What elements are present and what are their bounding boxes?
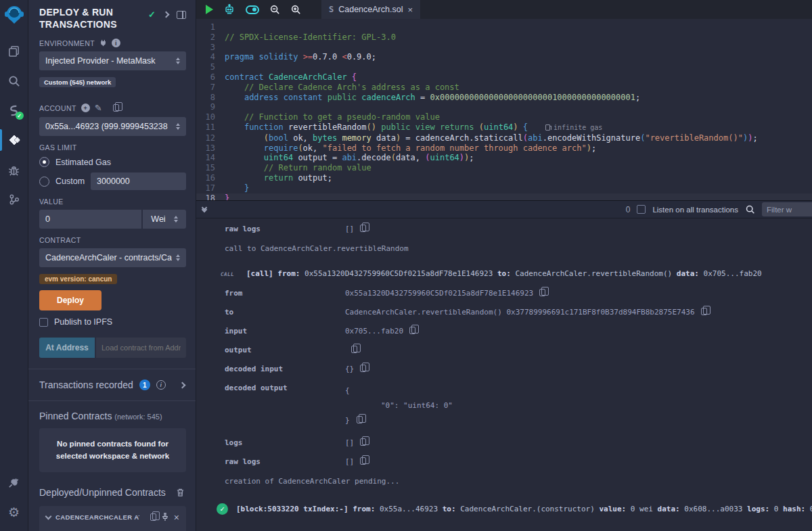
at-address-input[interactable] bbox=[96, 338, 186, 358]
copy-icon[interactable] bbox=[360, 438, 366, 446]
tab-cadencearch-sol[interactable]: S CadenceArch.sol × bbox=[321, 0, 420, 19]
gas-limit-label: GAS LIMIT bbox=[39, 143, 77, 152]
at-address-button[interactable]: At Address bbox=[39, 338, 95, 358]
copy-icon[interactable] bbox=[351, 346, 357, 353]
pin-panel-icon[interactable] bbox=[177, 11, 186, 19]
file-explorer-icon[interactable] bbox=[0, 36, 28, 66]
search-icon[interactable] bbox=[0, 66, 28, 95]
env-ok-check-icon: ✓ bbox=[148, 9, 156, 20]
code-line: 13 require(ok, "failed to fetch a random… bbox=[196, 143, 812, 154]
account-label: ACCOUNT bbox=[39, 104, 76, 112]
compiler-success-badge: ✓ bbox=[16, 112, 24, 120]
environment-info-icon[interactable]: i bbox=[112, 39, 120, 47]
line-number: 8 bbox=[196, 93, 225, 103]
terminal-filter-input[interactable] bbox=[762, 202, 812, 216]
remix-logo-icon[interactable] bbox=[3, 3, 26, 26]
custom-gas-radio[interactable] bbox=[39, 177, 49, 187]
terminal-kvmulti-row: decoded output{ "0": "uint64: 0"} bbox=[196, 384, 812, 428]
publish-ipfs-checkbox[interactable] bbox=[39, 318, 48, 327]
line-number: 9 bbox=[196, 102, 225, 112]
code-line: 18} bbox=[196, 193, 812, 200]
tab-close-icon[interactable]: × bbox=[407, 5, 413, 15]
deploy-run-icon[interactable] bbox=[0, 125, 28, 155]
success-check-icon[interactable]: ✓ bbox=[217, 503, 228, 515]
solidity-file-icon: S bbox=[329, 5, 334, 14]
deploy-button[interactable]: Deploy bbox=[39, 290, 102, 310]
line-number: 6 bbox=[196, 72, 225, 83]
account-select[interactable]: 0x55a...46923 (999.9999453238 bbox=[39, 117, 186, 136]
copy-account-icon[interactable] bbox=[113, 104, 119, 112]
deployed-contracts-title: Deployed/Unpinned Contracts bbox=[39, 487, 166, 498]
terminal-kv-row: from0x55a1320D432759960C5Df0215a8dF78e1E… bbox=[196, 289, 812, 298]
contract-select[interactable]: CadenceArchCaler - contracts/Cac bbox=[39, 248, 186, 267]
copy-icon[interactable] bbox=[357, 416, 363, 423]
plug-icon bbox=[99, 39, 107, 47]
zoom-out-icon[interactable] bbox=[269, 4, 280, 15]
plugin-manager-icon[interactable] bbox=[0, 467, 28, 497]
terminal-search-icon[interactable] bbox=[745, 204, 755, 214]
terminal-kv-row: input0x705...fab20 bbox=[196, 327, 812, 336]
copy-icon[interactable] bbox=[360, 365, 366, 372]
value-input[interactable] bbox=[39, 210, 141, 229]
gas-pump-icon bbox=[545, 124, 550, 131]
listen-all-transactions-checkbox[interactable] bbox=[637, 205, 646, 214]
run-script-play-icon[interactable] bbox=[206, 5, 213, 14]
collapse-panel-chevron-icon[interactable] bbox=[163, 11, 170, 18]
line-number: 5 bbox=[196, 62, 225, 72]
copy-icon[interactable] bbox=[360, 225, 366, 232]
value-unit-select[interactable]: Wei bbox=[143, 210, 186, 229]
edit-account-icon[interactable]: ✎ bbox=[95, 103, 102, 113]
line-number: 12 bbox=[196, 133, 225, 143]
debugger-icon[interactable] bbox=[0, 155, 28, 185]
terminal-kv-row: raw logs[] bbox=[196, 457, 812, 466]
line-number: 4 bbox=[196, 52, 225, 62]
transactions-count-badge: 1 bbox=[139, 379, 150, 390]
ai-toggle-icon[interactable] bbox=[246, 5, 259, 14]
code-line: 16 return output; bbox=[196, 173, 812, 183]
copy-icon[interactable] bbox=[539, 289, 545, 296]
code-line: 8 address constant public cadenceArch = … bbox=[196, 93, 812, 103]
custom-gas-label: Custom bbox=[55, 177, 85, 186]
ai-assistant-robot-icon[interactable] bbox=[223, 3, 235, 16]
publish-ipfs-label: Publish to IPFS bbox=[54, 317, 112, 327]
contract-collapse-chevron-icon[interactable] bbox=[45, 513, 52, 520]
remix-ide: ✓ ⚙ DEPLOY & RUN TRANSACTIONS ✓ bbox=[0, 0, 812, 531]
zoom-in-icon[interactable] bbox=[290, 4, 301, 15]
settings-gear-icon[interactable]: ⚙ bbox=[0, 497, 28, 527]
remove-contract-icon[interactable]: × bbox=[174, 513, 179, 522]
copy-icon[interactable] bbox=[360, 457, 366, 465]
main-area: S CadenceArch.sol × 12// SPDX-License-Id… bbox=[196, 0, 812, 531]
line-number: 7 bbox=[196, 83, 225, 93]
pinned-network-label: (network: 545) bbox=[114, 413, 162, 421]
transactions-expand-chevron-icon[interactable] bbox=[179, 382, 186, 388]
code-line: 6contract CadenceArchCaler { bbox=[196, 72, 812, 83]
clear-deployed-trash-icon[interactable] bbox=[176, 488, 185, 497]
pin-contract-icon[interactable] bbox=[161, 513, 169, 522]
terminal-expand-chevrons-icon[interactable] bbox=[202, 208, 206, 212]
add-account-icon[interactable]: + bbox=[81, 103, 90, 112]
code-line: 7 // Declare Cadence Arch's address as a… bbox=[196, 83, 812, 93]
terminal-header: 0 Listen on all transactions bbox=[196, 200, 812, 218]
terminal-text-row: call to CadenceArchCaler.revertibleRando… bbox=[196, 244, 812, 253]
copy-address-icon[interactable] bbox=[150, 513, 156, 521]
git-branch-icon[interactable] bbox=[0, 185, 28, 214]
tab-label: CadenceArch.sol bbox=[338, 5, 403, 14]
line-number: 18 bbox=[196, 193, 225, 200]
terminal-kv-row: toCadenceArchCaler.revertibleRandom() 0x… bbox=[196, 308, 812, 317]
environment-select[interactable]: Injected Provider - MetaMask bbox=[39, 51, 186, 70]
code-editor[interactable]: 12// SPDX-License-Identifier: GPL-3.034p… bbox=[196, 19, 812, 200]
code-line: 11 function revertibleRandom() public vi… bbox=[196, 122, 812, 133]
contract-label: CONTRACT bbox=[39, 236, 81, 244]
copy-icon[interactable] bbox=[701, 308, 707, 315]
deployed-contract-card: CADENCEARCHCALER AT 0X × Balance: 0 ETH … bbox=[39, 506, 186, 531]
panel-title: DEPLOY & RUN TRANSACTIONS bbox=[39, 7, 141, 30]
line-number: 14 bbox=[196, 153, 225, 163]
copy-icon[interactable] bbox=[409, 327, 415, 334]
solidity-compiler-icon[interactable]: ✓ bbox=[0, 95, 28, 125]
custom-gas-input[interactable] bbox=[91, 172, 186, 190]
estimated-gas-radio[interactable] bbox=[39, 157, 49, 167]
pinned-contracts-title: Pinned Contracts bbox=[39, 411, 112, 421]
code-line: 5 bbox=[196, 62, 812, 72]
transactions-info-icon[interactable]: i bbox=[156, 380, 166, 390]
code-line: 17 } bbox=[196, 183, 812, 193]
